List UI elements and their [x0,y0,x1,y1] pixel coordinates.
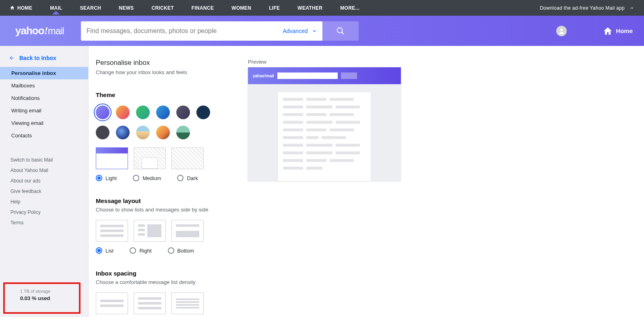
theme-swatch-blue-gradient[interactable] [156,106,170,119]
theme-swatch-globe-image[interactable] [116,126,130,139]
preview-body [248,84,401,181]
svg-point-0 [337,27,342,33]
sidebar-item-contacts[interactable]: Contacts [0,129,88,142]
spacing-opt-2[interactable] [134,292,166,314]
topnav-home[interactable]: HOME [10,5,32,11]
sidebar-link-terms[interactable]: Terms [0,218,88,228]
search-button[interactable] [322,21,359,41]
radio-bottom[interactable]: Bottom [168,247,194,254]
topnav-search[interactable]: SEARCH [80,5,101,11]
home-icon [603,26,613,36]
header-right: Home [556,26,633,36]
topnav-label: FINANCE [192,5,214,11]
page-title: Personalise inbox [96,59,228,67]
sidebar-link-about-ads[interactable]: About our ads [0,176,88,186]
sidebar-link-help[interactable]: Help [0,197,88,207]
spacing-opt-3[interactable] [171,292,204,314]
preview-label: Preview [248,59,644,65]
topnav-label: HOME [17,5,32,11]
theme-mode-radios: Light Medium Dark [96,175,228,181]
theme-heading: Theme [96,91,228,98]
theme-swatch-orange-gradient[interactable] [116,106,130,119]
theme-swatch-purple-gradient[interactable] [96,106,109,119]
search-box: Advanced [81,21,322,41]
storage-used: 0.03 % used [20,295,79,301]
theme-swatch-skyline-image[interactable] [156,126,170,139]
radio-light[interactable]: Light [96,175,117,181]
topnav-label: WOMEN [231,5,251,11]
advanced-search-toggle[interactable]: Advanced [283,28,316,34]
advanced-label: Advanced [283,28,308,34]
layout-opt-right[interactable] [134,220,166,242]
account-avatar[interactable] [556,26,567,36]
theme-swatch-navy[interactable] [196,106,210,119]
topnav-download-text: Download the ad-free Yahoo Mail app [540,5,625,11]
radio-dark[interactable]: Dark [177,175,198,181]
theme-bg-medium[interactable] [134,147,166,169]
layout-heading: Message layout [96,197,228,204]
search-input[interactable] [87,27,279,35]
theme-swatch-beach-image[interactable] [136,126,150,139]
radio-label: Right [139,248,151,254]
home-icon [10,5,15,10]
radio-label: Light [105,175,117,181]
topnav-label: MAIL [50,5,62,11]
theme-swatch-green-gradient[interactable] [136,106,150,119]
topnav-download-link[interactable]: Download the ad-free Yahoo Mail app [540,5,634,11]
sidebar-item-writing[interactable]: Writing email [0,104,88,117]
spacing-opt-1[interactable] [96,292,128,314]
theme-bg-light[interactable] [96,147,128,169]
theme-swatch-dark-purple[interactable] [176,106,190,119]
theme-swatches [96,106,217,139]
sidebar-link-feedback[interactable]: Give feedback [0,186,88,197]
layout-opt-list[interactable] [96,220,128,242]
yahoo-mail-logo[interactable]: yahoo!mail [15,25,64,37]
sidebar-item-viewing[interactable]: Viewing email [0,117,88,129]
radio-medium[interactable]: Medium [133,175,161,181]
topnav-label: SEARCH [80,5,101,11]
chevron-down-icon [312,29,317,33]
sidebar-item-personalise[interactable]: Personalise inbox [0,67,88,79]
app-body: Back to Inbox Personalise inbox Mailboxe… [0,46,644,317]
storage-usage-box: 1 TB of storage 0.03 % used [3,282,80,314]
theme-background-options [96,147,228,169]
logo-main: yahoo [15,25,44,37]
topnav-women[interactable]: WOMEN [231,5,251,11]
topnav-cricket[interactable]: CRICKET [151,5,173,11]
settings-content[interactable]: Personalise inbox Change how your inbox … [89,46,240,317]
sidebar-link-privacy[interactable]: Privacy Policy [0,207,88,218]
theme-swatch-charcoal[interactable] [96,126,109,139]
page-subtitle: Change how your inbox looks and feels [96,69,228,75]
theme-bg-dark[interactable] [171,147,204,169]
topnav-label: CRICKET [151,5,173,11]
topnav-more[interactable]: MORE... [340,5,359,11]
sidebar-item-mailboxes[interactable]: Mailboxes [0,79,88,92]
search-wrap: Advanced [81,21,359,41]
mail-header: yahoo!mail Advanced Home [0,16,644,46]
radio-list[interactable]: List [96,247,114,254]
radio-label: Medium [142,175,161,181]
topnav-finance[interactable]: FINANCE [192,5,214,11]
storage-total: 1 TB of storage [20,289,79,294]
radio-label: Dark [187,175,198,181]
topnav-mail[interactable]: MAIL [50,5,62,11]
home-button[interactable]: Home [603,26,633,36]
topnav-weather[interactable]: WEATHER [297,5,322,11]
back-label: Back to Inbox [19,55,56,61]
top-nav: HOME MAIL SEARCH NEWS CRICKET FINANCE WO… [0,0,644,16]
sidebar-item-notifications[interactable]: Notifications [0,92,88,104]
sidebar-link-about-mail[interactable]: About Yahoo Mail [0,165,88,176]
topnav-label: LIFE [269,5,280,11]
sidebar-link-basic[interactable]: Switch to basic Mail [0,155,88,165]
radio-right[interactable]: Right [130,247,151,254]
back-to-inbox-link[interactable]: Back to Inbox [0,53,88,67]
topnav-life[interactable]: LIFE [269,5,280,11]
layout-opt-bottom[interactable] [171,220,204,242]
radio-label: Bottom [178,248,194,254]
topnav-news[interactable]: NEWS [119,5,134,11]
preview-logo: yahoo!mail [253,74,274,78]
preview-list [278,92,371,181]
theme-swatch-mountain-image[interactable] [176,126,190,139]
logo-sub: mail [48,25,64,36]
svg-point-1 [560,29,563,31]
